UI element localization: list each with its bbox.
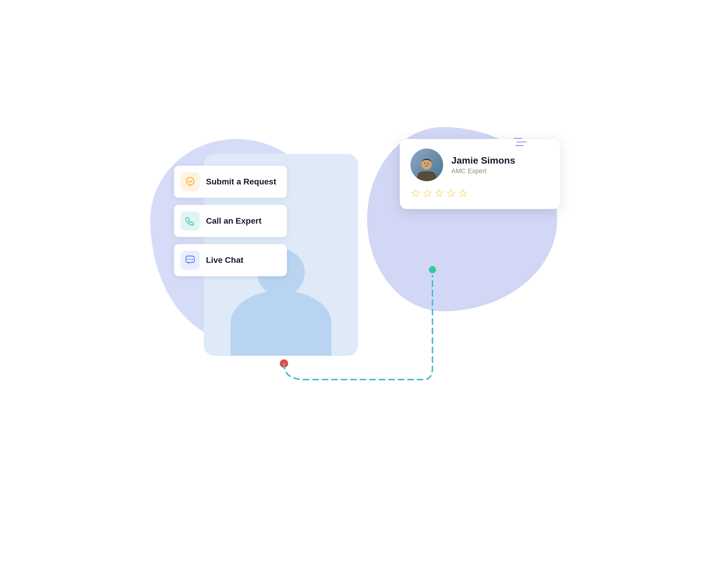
expert-card: Jamie Simons AMC Expert ☆ ☆ ☆ ☆ ☆ bbox=[400, 139, 560, 209]
call-expert-icon bbox=[180, 211, 200, 231]
decorative-lines bbox=[512, 136, 528, 149]
svg-rect-8 bbox=[417, 171, 436, 181]
svg-point-4 bbox=[188, 259, 189, 260]
expert-role: AMC Expert bbox=[452, 167, 515, 175]
stars-row: ☆ ☆ ☆ ☆ ☆ bbox=[410, 187, 550, 200]
svg-point-9 bbox=[422, 159, 431, 168]
star-4: ☆ bbox=[446, 187, 456, 200]
submit-request-icon bbox=[180, 172, 200, 191]
expert-header: Jamie Simons AMC Expert bbox=[410, 148, 550, 181]
menu-item-live-chat[interactable]: Live Chat bbox=[174, 244, 287, 276]
menu-item-submit-request[interactable]: Submit a Request bbox=[174, 166, 287, 198]
expert-name: Jamie Simons bbox=[452, 155, 515, 166]
avatar-body bbox=[231, 291, 331, 356]
live-chat-label: Live Chat bbox=[206, 256, 243, 265]
live-chat-icon bbox=[180, 251, 200, 270]
menu-panel: Submit a Request Call an Expert Live bbox=[174, 166, 287, 276]
svg-point-0 bbox=[186, 177, 194, 185]
star-3: ☆ bbox=[434, 187, 444, 200]
star-1: ☆ bbox=[410, 187, 421, 200]
menu-item-call-expert[interactable]: Call an Expert bbox=[174, 205, 287, 237]
svg-point-15 bbox=[280, 360, 288, 368]
svg-point-2 bbox=[191, 180, 192, 181]
submit-request-label: Submit a Request bbox=[206, 177, 276, 187]
svg-point-6 bbox=[192, 259, 193, 260]
star-2: ☆ bbox=[422, 187, 432, 200]
expert-avatar bbox=[410, 148, 443, 181]
svg-point-10 bbox=[425, 163, 426, 164]
svg-point-11 bbox=[427, 163, 429, 164]
star-5: ☆ bbox=[458, 187, 468, 200]
svg-point-1 bbox=[188, 180, 189, 181]
main-scene: Submit a Request Call an Expert Live bbox=[156, 109, 572, 466]
call-expert-label: Call an Expert bbox=[206, 216, 262, 226]
expert-info: Jamie Simons AMC Expert bbox=[452, 155, 515, 175]
svg-point-5 bbox=[190, 259, 191, 260]
